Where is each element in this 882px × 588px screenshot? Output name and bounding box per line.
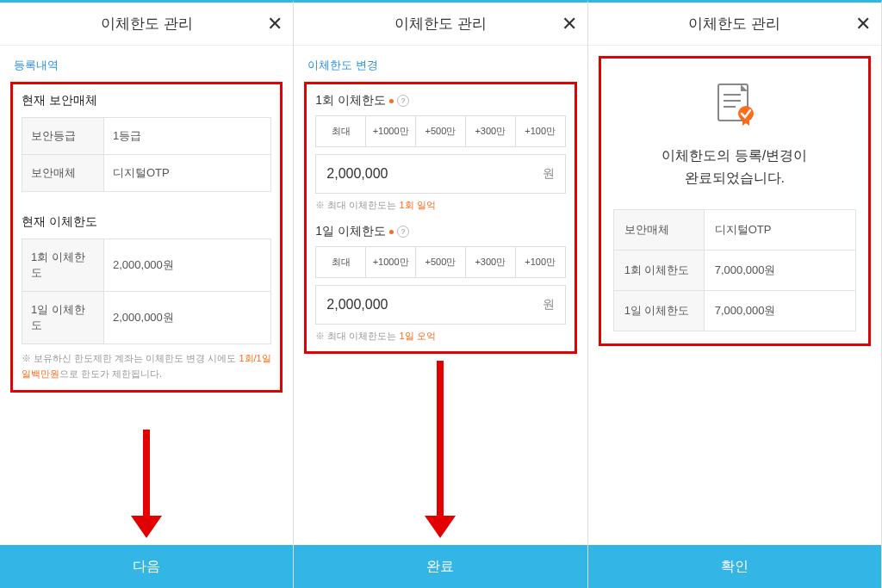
panel-complete: 이체한도 관리 ✕ 이체한도의 등록/변경이 완료되었습니다 [588,0,882,588]
amount-max-button[interactable]: 최대 [316,247,366,277]
value-per-day: 2,000,000원 [104,292,271,344]
label-security-medium: 보안매체 [22,155,104,192]
table-row: 1회 이체한도 2,000,000원 [22,239,271,292]
document-check-icon [715,83,755,129]
label-per-day: 1일 이체한도 [22,292,104,344]
label-security-medium: 보안매체 [613,210,704,251]
label-security-grade: 보안등급 [22,118,104,155]
amount-plus300-button[interactable]: +300만 [466,247,516,277]
limit-table: 1회 이체한도 2,000,000원 1일 이체한도 2,000,000원 [22,238,271,344]
highlight-box: 1회 이체한도 ? 최대 +1000만 +500만 +300만 +100만 원 … [304,82,576,354]
label-per-transfer: 1회 이체한도 [22,239,104,292]
security-table: 보안등급 1등급 보안매체 디지털OTP [22,117,271,192]
panel-change-limit: 이체한도 관리 ✕ 이체한도 변경 1회 이체한도 ? 최대 +1000만 +5… [294,0,587,588]
page-title: 이체한도 관리 [688,14,780,34]
header: 이체한도 관리 ✕ [294,3,587,46]
label-per-day: 1일 이체한도 [613,291,704,331]
currency-suffix: 원 [543,297,555,313]
required-dot-icon [389,99,394,103]
limit-note-2: ※ 최대 이체한도는 1일 오억 [315,330,565,343]
amount-plus100-button[interactable]: +100만 [516,116,565,146]
per-transfer-input[interactable] [326,166,542,182]
header: 이체한도 관리 ✕ [588,3,881,46]
amount-plus300-button[interactable]: +300만 [466,116,516,146]
per-day-input[interactable] [326,297,542,313]
table-row: 1일 이체한도 2,000,000원 [22,292,271,344]
table-row: 보안매체 디지털OTP [613,210,855,251]
help-icon[interactable]: ? [397,226,409,238]
value-security-grade: 1등급 [104,118,271,155]
value-per-transfer: 7,000,000원 [704,251,855,291]
close-icon: ✕ [855,13,871,34]
subheader-link[interactable]: 이체한도 변경 [294,46,587,82]
table-row: 보안매체 디지털OTP [22,155,271,192]
complete-button[interactable]: 완료 [294,545,587,588]
amount-input-wrapper-2: 원 [315,285,565,325]
currency-suffix: 원 [543,166,555,182]
amount-plus500-button[interactable]: +500만 [416,116,466,146]
panel-registration: 이체한도 관리 ✕ 등록내역 현재 보안매체 보안등급 1등급 보안매체 디지털… [0,0,294,588]
content: 현재 보안매체 보안등급 1등급 보안매체 디지털OTP 현재 이체한도 1회 … [0,82,293,545]
amount-plus1000-button[interactable]: +1000만 [366,247,416,277]
amount-input-wrapper-1: 원 [315,154,565,194]
confirm-button[interactable]: 확인 [588,545,881,588]
close-button[interactable]: ✕ [562,15,577,34]
success-box: 이체한도의 등록/변경이 완료되었습니다. 보안매체 디지털OTP 1회 이체한… [599,56,871,346]
highlight-box: 현재 보안매체 보안등급 1등급 보안매체 디지털OTP 현재 이체한도 1회 … [10,82,283,393]
table-row: 1회 이체한도 7,000,000원 [613,251,855,291]
required-dot-icon [389,230,394,234]
close-button[interactable]: ✕ [855,15,871,34]
limit-note-1: ※ 최대 이체한도는 1회 일억 [315,199,565,212]
value-per-transfer: 2,000,000원 [104,239,271,292]
amount-plus1000-button[interactable]: +1000만 [366,116,416,146]
label-per-transfer: 1회 이체한도 [613,251,704,291]
value-security-medium: 디지털OTP [104,155,271,192]
table-row: 보안등급 1등급 [22,118,271,155]
page-title: 이체한도 관리 [101,14,193,34]
amount-max-button[interactable]: 최대 [316,116,366,146]
page-title: 이체한도 관리 [394,14,487,34]
success-message: 이체한도의 등록/변경이 완료되었습니다. [613,145,856,189]
amount-plus500-button[interactable]: +500만 [416,247,466,277]
svg-point-4 [738,106,754,121]
section-title-security: 현재 보안매체 [22,93,271,108]
help-icon[interactable]: ? [397,95,409,107]
field-label-per-day: 1일 이체한도 ? [315,224,565,239]
close-icon: ✕ [267,13,283,34]
field-label-per-transfer: 1회 이체한도 ? [315,93,565,108]
amount-button-row-1: 최대 +1000만 +500만 +300만 +100만 [315,115,565,147]
content: 1회 이체한도 ? 최대 +1000만 +500만 +300만 +100만 원 … [294,82,587,545]
restriction-note: ※ 보유하신 한도제한 계좌는 이체한도 변경 시에도 1회/1일 일백만원으로… [22,351,271,381]
amount-plus100-button[interactable]: +100만 [516,247,565,277]
subheader-link[interactable]: 등록내역 [0,46,293,82]
table-row: 1일 이체한도 7,000,000원 [613,291,855,331]
next-button[interactable]: 다음 [0,545,293,588]
value-per-day: 7,000,000원 [704,291,855,331]
close-icon: ✕ [562,13,577,34]
header: 이체한도 관리 ✕ [0,3,293,46]
content: 이체한도의 등록/변경이 완료되었습니다. 보안매체 디지털OTP 1회 이체한… [588,46,881,545]
result-table: 보안매체 디지털OTP 1회 이체한도 7,000,000원 1일 이체한도 7… [613,209,856,331]
close-button[interactable]: ✕ [267,15,283,34]
amount-button-row-2: 최대 +1000만 +500만 +300만 +100만 [315,246,565,278]
section-title-limit: 현재 이체한도 [22,214,271,230]
value-security-medium: 디지털OTP [704,210,855,251]
